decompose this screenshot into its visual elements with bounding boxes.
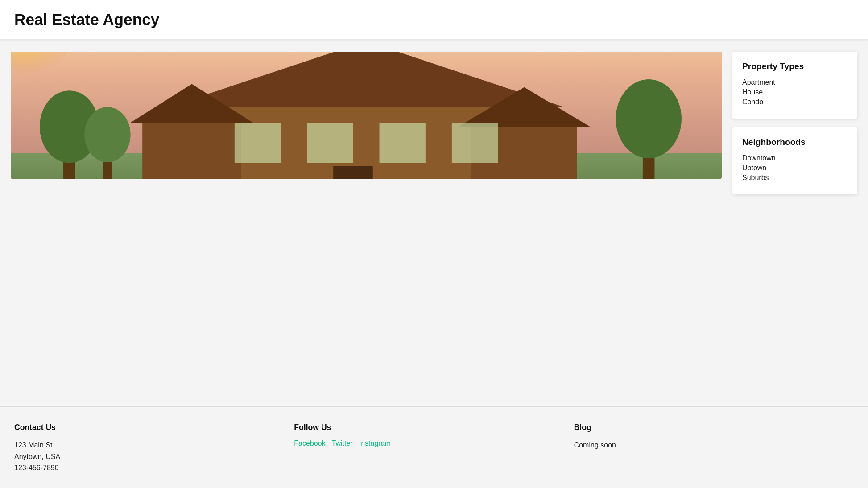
neighborhoods-widget: Neighborhoods Downtown Uptown Suburbs: [732, 127, 857, 194]
svg-rect-5: [142, 123, 241, 179]
main-content: Property Types Apartment House Condo Nei…: [0, 39, 868, 406]
property-types-widget: Property Types Apartment House Condo: [732, 52, 857, 119]
property-type-apartment[interactable]: Apartment: [742, 78, 847, 86]
site-title: Real Estate Agency: [14, 11, 854, 29]
hero-area: [11, 52, 722, 179]
blog-text: Coming soon...: [574, 439, 854, 451]
neighborhood-downtown[interactable]: Downtown: [742, 154, 847, 162]
svg-rect-10: [307, 123, 353, 163]
hero-image: [11, 52, 722, 179]
property-types-heading: Property Types: [742, 62, 847, 71]
blog-heading: Blog: [574, 423, 854, 432]
neighborhood-uptown[interactable]: Uptown: [742, 164, 847, 172]
svg-rect-12: [452, 123, 498, 163]
address-line2: Anytown, USA: [14, 453, 60, 460]
contact-heading: Contact Us: [14, 423, 294, 432]
sidebar: Property Types Apartment House Condo Nei…: [732, 52, 857, 194]
facebook-link[interactable]: Facebook: [294, 439, 325, 447]
neighborhood-suburbs[interactable]: Suburbs: [742, 174, 847, 182]
follow-heading: Follow Us: [294, 423, 574, 432]
svg-rect-9: [235, 123, 281, 163]
footer-blog: Blog Coming soon...: [574, 423, 854, 474]
instagram-link[interactable]: Instagram: [359, 439, 391, 447]
property-type-house[interactable]: House: [742, 88, 847, 96]
twitter-link[interactable]: Twitter: [332, 439, 353, 447]
svg-rect-13: [333, 166, 373, 179]
social-links: Facebook Twitter Instagram: [294, 439, 574, 447]
site-footer: Contact Us 123 Main St Anytown, USA 123-…: [0, 406, 868, 488]
svg-rect-11: [380, 123, 426, 163]
property-type-condo[interactable]: Condo: [742, 98, 847, 106]
site-header: Real Estate Agency: [0, 0, 868, 39]
svg-point-17: [84, 107, 130, 162]
address-line1: 123 Main St: [14, 441, 52, 449]
footer-follow: Follow Us Facebook Twitter Instagram: [294, 423, 574, 474]
contact-address: 123 Main St Anytown, USA 123-456-7890: [14, 439, 294, 474]
neighborhoods-heading: Neighborhoods: [742, 137, 847, 147]
footer-contact: Contact Us 123 Main St Anytown, USA 123-…: [14, 423, 294, 474]
phone: 123-456-7890: [14, 464, 59, 472]
svg-point-19: [616, 79, 682, 158]
neighborhoods-list: Downtown Uptown Suburbs: [742, 154, 847, 182]
property-types-list: Apartment House Condo: [742, 78, 847, 106]
